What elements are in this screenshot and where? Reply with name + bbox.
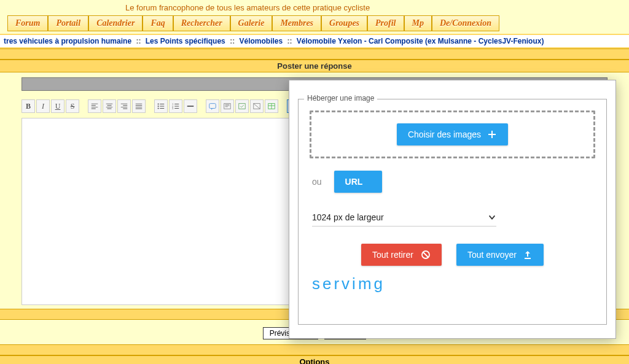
nav-calendrier[interactable]: Calendrier	[88, 15, 143, 31]
dropzone[interactable]: Choisir des images	[310, 110, 595, 158]
hide-button[interactable]	[250, 99, 264, 113]
italic-button[interactable]: I	[36, 99, 50, 113]
remove-all-button[interactable]: Tout retirer	[361, 244, 442, 266]
svg-rect-7	[209, 104, 216, 109]
forum-tagline: Le forum francophone de tous les amateur…	[0, 0, 629, 15]
choose-images-button[interactable]: Choisir des images	[397, 123, 508, 145]
table-button[interactable]	[265, 99, 278, 113]
list-number-button[interactable]: 123	[169, 99, 182, 113]
svg-point-2	[158, 107, 159, 109]
breadcrumb-sep: ::	[230, 37, 235, 45]
breadcrumb-link-3[interactable]: Vélomobiles	[239, 37, 283, 45]
nav-galerie[interactable]: Galerie	[230, 15, 273, 31]
image-host-modal: Héberger une image Choisir des images ou…	[289, 80, 616, 339]
or-label: ou	[312, 177, 322, 187]
nav-rechercher[interactable]: Rechercher	[173, 15, 230, 31]
main-nav: Forum Portail Calendrier Faq Rechercher …	[0, 15, 629, 31]
plus-icon	[487, 130, 497, 139]
modal-legend: Héberger une image	[304, 94, 377, 103]
divider-bar	[0, 344, 629, 355]
url-label: URL	[345, 177, 363, 187]
align-center-button[interactable]	[103, 99, 116, 113]
options-title: Options	[0, 355, 629, 364]
breadcrumb-sep: ::	[136, 37, 141, 45]
quote-button[interactable]	[206, 99, 219, 113]
send-all-label: Tout envoyer	[467, 250, 517, 260]
upload-icon	[523, 250, 533, 260]
svg-text:3: 3	[172, 107, 174, 110]
nav-forum[interactable]: Forum	[7, 15, 48, 31]
breadcrumb-link-2[interactable]: Les Points spécifiques	[146, 37, 225, 45]
nav-portail[interactable]: Portail	[48, 15, 88, 31]
nav-groupes[interactable]: Groupes	[321, 15, 367, 31]
choose-images-label: Choisir des images	[408, 130, 481, 139]
nav-mp[interactable]: Mp	[404, 15, 432, 31]
breadcrumb: tres véhicules à propulsion humaine :: L…	[0, 34, 629, 48]
servimg-brand: servimg	[310, 274, 595, 293]
code-button[interactable]	[221, 99, 234, 113]
align-justify-button[interactable]	[132, 99, 146, 113]
breadcrumb-sep: ::	[287, 37, 292, 45]
svg-rect-9	[239, 104, 246, 109]
divider-bar	[0, 48, 629, 60]
nav-profil[interactable]: Profil	[367, 15, 404, 31]
breadcrumb-link-1[interactable]: tres véhicules à propulsion humaine	[4, 37, 131, 45]
bold-button[interactable]: B	[21, 99, 35, 113]
spoiler-button[interactable]	[235, 99, 249, 113]
align-right-button[interactable]	[117, 99, 131, 113]
width-select-value: 1024 px de largeur	[312, 212, 384, 222]
align-left-button[interactable]	[88, 99, 101, 113]
underline-button[interactable]: U	[51, 99, 64, 113]
hr-button[interactable]	[184, 99, 197, 113]
remove-all-label: Tout retirer	[372, 250, 413, 260]
nav-connexion[interactable]: De/Connexion	[432, 15, 499, 31]
breadcrumb-link-4[interactable]: Vélomobile Yxelon - Carl Composite (ex M…	[297, 37, 544, 45]
svg-point-1	[158, 106, 159, 107]
cancel-icon	[421, 250, 431, 260]
svg-point-0	[158, 103, 159, 104]
nav-faq[interactable]: Faq	[143, 15, 173, 31]
svg-rect-6	[187, 106, 194, 107]
url-button[interactable]: URL	[334, 171, 383, 193]
list-bullet-button[interactable]	[154, 99, 168, 113]
width-select[interactable]: 1024 px de largeur	[312, 209, 496, 227]
nav-membres[interactable]: Membres	[272, 15, 321, 31]
chevron-down-icon	[488, 213, 496, 222]
send-all-button[interactable]: Tout envoyer	[456, 244, 544, 266]
post-title: Poster une réponse	[0, 60, 629, 72]
strike-button[interactable]: S	[66, 99, 79, 113]
